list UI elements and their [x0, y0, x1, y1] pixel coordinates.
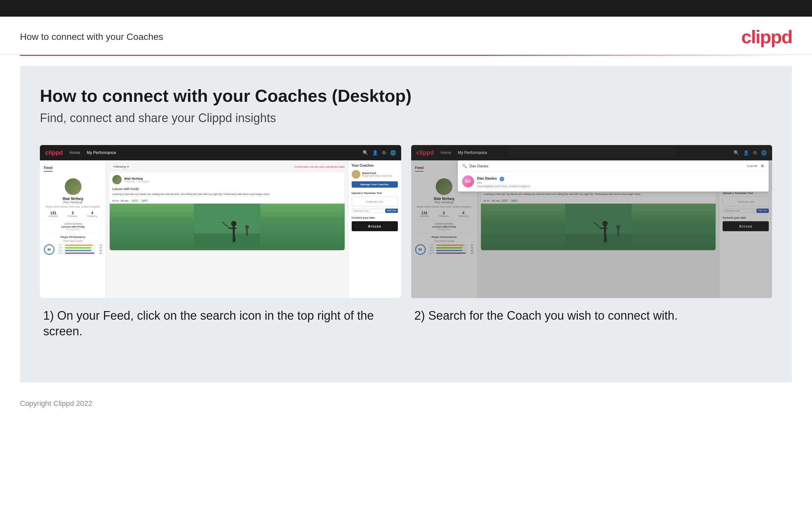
clippd-logo: clippd — [741, 26, 792, 48]
app-feed-1: Following ▾ Control who can see your act… — [106, 160, 348, 298]
profile-card-1: Blair McHarg Plus Handicap Royal North D… — [44, 175, 102, 258]
search-overlay: 🔍 Dan Davies CLEAR ✕ DD Dan Davies ✓ Pro — [458, 160, 769, 192]
screenshot-frame-1: clippd Home My Performance 🔍 👤 ⚙ 🌐 Feed — [40, 145, 401, 298]
close-search-button[interactable]: ✕ — [761, 163, 764, 169]
trackman-box-1: Trackman Link — [352, 197, 398, 207]
app-logo-small-1: clippd — [45, 150, 63, 156]
svg-rect-14 — [600, 227, 607, 229]
app-nav-home-1: Home — [69, 151, 80, 155]
search-icon-nav[interactable]: 🔍 — [363, 150, 368, 155]
feed-tab-1[interactable]: Feed — [44, 164, 52, 172]
app-logo-small-2: clippd — [417, 150, 434, 156]
app-nav-home-2: Home — [441, 151, 451, 155]
svg-rect-13 — [604, 226, 606, 236]
svg-rect-3 — [233, 226, 235, 236]
app-nav-1: clippd Home My Performance 🔍 👤 ⚙ 🌐 — [40, 145, 401, 160]
quality-score-1: 92 — [44, 244, 54, 255]
app-sidebar-1: Feed Blair McHarg Plus Handicap Royal No… — [40, 160, 106, 298]
settings-icon-nav-2[interactable]: ⚙ — [753, 150, 757, 155]
svg-rect-15 — [604, 236, 605, 243]
app-nav-2: clippd Home My Performance 🔍 👤 ⚙ 🌐 — [411, 145, 772, 160]
following-button-1[interactable]: Following ▾ — [110, 164, 133, 170]
stats-row-1: 131 Activities 3 Followers 4 Following — [44, 211, 102, 217]
connect-data-section-1: Connect your data Arccos — [352, 216, 398, 231]
search-input-text[interactable]: Dan Davies — [470, 164, 747, 168]
top-bar — [0, 0, 812, 17]
svg-point-12 — [602, 221, 608, 226]
quality-bars-1: OTT 90 APP 85 — [57, 244, 102, 255]
main-subtitle: Find, connect and share your Clippd insi… — [40, 111, 772, 125]
settings-icon-nav[interactable]: ⚙ — [382, 150, 386, 155]
step-caption-1: 1) On your Feed, click on the search ico… — [40, 308, 401, 339]
svg-rect-5 — [233, 236, 234, 243]
coach-item-1: David Ford Royal North Devon Golf Club — [352, 170, 398, 179]
screenshots-row: clippd Home My Performance 🔍 👤 ⚙ 🌐 Feed — [40, 145, 772, 339]
svg-point-8 — [245, 225, 249, 229]
avatar-nav[interactable]: 🌐 — [390, 150, 396, 155]
profile-hcp-1: Plus Handicap — [44, 201, 102, 204]
latest-activity-1: Latest Activity Lesson with Fordy 03 Aug… — [44, 220, 102, 230]
screenshot-panel-2: clippd Home My Performance 🔍 👤 ⚙ 🌐 Feed — [411, 145, 772, 339]
user-icon-nav-2[interactable]: 👤 — [743, 150, 749, 155]
separator — [20, 55, 792, 56]
svg-rect-4 — [229, 227, 236, 229]
svg-rect-16 — [605, 236, 607, 242]
svg-rect-11 — [565, 234, 631, 250]
user-icon-nav[interactable]: 👤 — [372, 150, 378, 155]
post-card-1: Blair McHarg Yesterday · Sunningdale Les… — [110, 172, 345, 250]
stat-followers-1: 3 Followers — [68, 211, 78, 217]
svg-rect-1 — [194, 234, 260, 250]
verified-badge: ✓ — [499, 177, 504, 181]
post-image-1 — [110, 204, 345, 250]
svg-point-18 — [616, 225, 620, 229]
step-caption-2: 2) Search for the Coach you wish to conn… — [411, 308, 772, 324]
search-bar: 🔍 Dan Davies CLEAR ✕ — [458, 161, 769, 172]
control-link-1[interactable]: Control who can see your activity and da… — [294, 165, 345, 168]
app-coaches-1: Your Coaches David Ford Royal North Devo… — [348, 160, 401, 298]
coach-avatar-1 — [352, 170, 360, 179]
trackman-input-1[interactable]: Trackman Link — [352, 209, 385, 213]
result-avatar: DD — [462, 175, 474, 187]
performance-section-1: Player Performance Total Player Quality … — [44, 233, 102, 255]
app-nav-icons-1: 🔍 👤 ⚙ 🌐 — [363, 150, 396, 155]
screenshot-panel-1: clippd Home My Performance 🔍 👤 ⚙ 🌐 Feed — [40, 145, 401, 339]
app-body-1: Feed Blair McHarg Plus Handicap Royal No… — [40, 160, 401, 298]
trackman-section-1: Upload a Trackman Test Trackman Link Tra… — [352, 192, 398, 213]
svg-point-2 — [231, 221, 236, 226]
profile-club-1: Royal North Devon Golf Club, United King… — [44, 205, 102, 208]
main-title: How to connect with your Coaches (Deskto… — [40, 86, 772, 106]
stat-activities-1: 131 Activities — [49, 211, 58, 217]
profile-name-1: Blair McHarg — [44, 197, 102, 201]
clear-button[interactable]: CLEAR — [747, 164, 757, 168]
search-result[interactable]: DD Dan Davies ✓ Pro Sunningdale Golf Clu… — [458, 172, 769, 191]
tag-ott: OTT — [131, 199, 139, 202]
header: How to connect with your Coaches clippd — [0, 17, 812, 55]
stat-following-1: 4 Following — [87, 211, 97, 217]
screenshot-frame-2: clippd Home My Performance 🔍 👤 ⚙ 🌐 Feed — [411, 145, 772, 298]
add-link-btn-1[interactable]: Add Link — [385, 209, 397, 213]
tag-app: APP — [141, 199, 149, 202]
page-title: How to connect with your Coaches — [20, 32, 163, 42]
footer: Copyright Clippd 2022 — [0, 392, 812, 415]
main-content: How to connect with your Coaches (Deskto… — [20, 66, 792, 383]
profile-avatar-1 — [65, 178, 82, 195]
avatar-nav-2[interactable]: 🌐 — [761, 150, 767, 155]
post-avatar-1 — [112, 175, 122, 184]
search-icon-nav-2[interactable]: 🔍 — [733, 150, 739, 155]
copyright-text: Copyright Clippd 2022 — [20, 399, 92, 408]
search-icon-overlay: 🔍 — [462, 164, 467, 168]
svg-rect-19 — [617, 228, 619, 236]
arccos-box-1: Arccos — [352, 221, 398, 231]
app-nav-my-performance-2: My Performance — [458, 151, 487, 155]
svg-rect-9 — [246, 228, 248, 236]
svg-rect-6 — [234, 236, 235, 242]
app-nav-my-performance-1: My Performance — [87, 151, 116, 155]
manage-coaches-btn-1[interactable]: Manage Your Coaches — [352, 181, 398, 187]
